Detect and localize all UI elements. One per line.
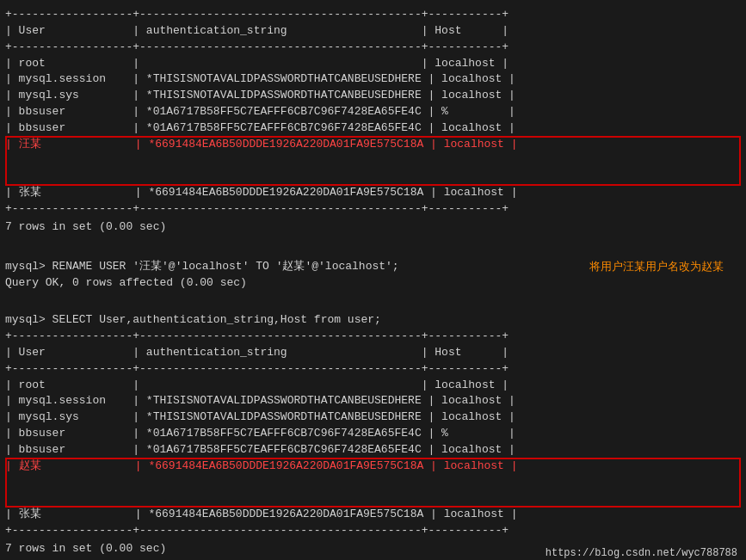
table2-row-1: | root | | localhost |: [5, 378, 741, 394]
table2-top-border: +------------------+--------------------…: [5, 329, 741, 345]
table2-row-3: | mysql.sys | *THISISNOTAVALIDPASSWORDTH…: [5, 409, 741, 426]
rename-command-block: mysql> RENAME USER '汪某'@'localhost' TO '…: [5, 259, 741, 292]
table1-top-border: +------------------+--------------------…: [5, 7, 741, 23]
table1-bottom-border: +------------------+--------------------…: [5, 201, 741, 218]
table2-row-highlighted: | 赵某 | *6691484EA6B50DDDE1926A220DA01FA9…: [5, 458, 741, 508]
table1-row-4: | bbsuser | *01A6717B58FF5C7EAFFF6CB7C96…: [5, 104, 741, 120]
table2-row-5: | bbsuser | *01A6717B58FF5C7EAFFF6CB7C96…: [5, 442, 741, 458]
table1-row-2: | mysql.session | *THISISNOTAVALIDPASSWO…: [5, 71, 741, 88]
table1-wrapper: +------------------+--------------------…: [5, 7, 741, 236]
table1-row-1: | root | | localhost |: [5, 56, 741, 72]
empty-line-1: [5, 243, 741, 259]
table2-wrapper: +------------------+--------------------…: [5, 329, 741, 557]
table2-row-7: | 张某 | *6691484EA6B50DDDE1926A220DA01FA9…: [5, 507, 741, 523]
table2-row-2: | mysql.session | *THISISNOTAVALIDPASSWO…: [5, 393, 741, 409]
table2-row-4: | bbsuser | *01A6717B58FF5C7EAFFF6CB7C96…: [5, 426, 741, 442]
rename-result-line: Query OK, 0 rows affected (0.00 sec): [5, 275, 741, 292]
table2-header-border: +------------------+--------------------…: [5, 361, 741, 378]
annotation-text: 将用户汪某用户名改为赵某: [589, 259, 724, 274]
table2-header: | User | authentication_string | Host |: [5, 345, 741, 361]
table2-bottom-border: +------------------+--------------------…: [5, 523, 741, 539]
table1-header-border: +------------------+--------------------…: [5, 40, 741, 56]
table1-row-7: | 张某 | *6691484EA6B50DDDE1926A220DA01FA9…: [5, 185, 741, 201]
table1-row-5: | bbsuser | *01A6717B58FF5C7EAFFF6CB7C96…: [5, 120, 741, 137]
terminal: +------------------+--------------------…: [0, 0, 746, 560]
empty-line-2: [5, 296, 741, 312]
table1-row-highlighted: | 汪某 | *6691484EA6B50DDDE1926A220DA01FA9…: [5, 137, 741, 186]
select-command-line: mysql> SELECT User,authentication_string…: [5, 312, 741, 329]
table1-row-3: | mysql.sys | *THISISNOTAVALIDPASSWORDTH…: [5, 88, 741, 104]
url-text: https://blog.csdn.net/wyc788788: [546, 547, 737, 559]
table1-header: | User | authentication_string | Host |: [5, 23, 741, 40]
table1-rowcount: 7 rows in set (0.00 sec): [5, 219, 741, 236]
